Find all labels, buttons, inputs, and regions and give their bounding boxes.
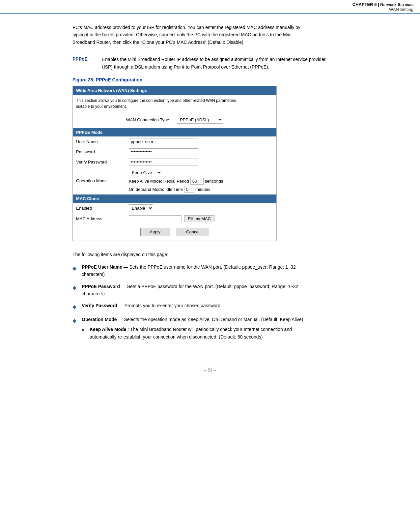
idle-input[interactable] [184,186,194,193]
following-intro: The following items are displayed on thi… [72,251,320,259]
password-input[interactable] [129,148,198,155]
bullet-diamond-2: ◆ [72,283,78,298]
operation-mode-controls: Keep Alive On Demand Manual Keep Alive M… [129,169,273,193]
wan-connection-row: WAN Connection Type: PPPoE (ADSL) DHCP S… [73,113,276,128]
apply-button[interactable]: Apply [140,228,170,236]
operation-mode-value-cell: Keep Alive On Demand Manual Keep Alive M… [126,167,276,194]
verify-password-label: Verify Password [73,157,126,167]
mac-address-controls: Fill my MAC [129,215,273,222]
wan-desc-line1: This section allows you to configure the… [76,98,273,104]
chapter-number: CHAPTER 6 [352,2,377,7]
cancel-button[interactable]: Cancel [177,228,209,236]
user-name-row: User Name [73,136,276,147]
mac-enabled-row: Enabled Enable Disable [73,203,276,214]
pppoe-form-table: User Name Password Verify Password [73,136,276,194]
redial-input[interactable] [190,178,204,185]
figure-number: Figure 28: [72,77,95,82]
verify-password-value-cell [126,157,276,167]
redial-unit: senconds [205,179,223,184]
fill-my-mac-button[interactable]: Fill my MAC [184,215,214,222]
operation-mode-row: Operation Mode Keep Alive On Demand Manu… [73,167,276,194]
chapter-label: CHAPTER 6 | Network Settings [352,2,413,7]
pppoe-description: Enables the Mini Broadband Router IP add… [102,56,329,71]
mac-enabled-label: Enabled [73,203,126,214]
item-text-opmode: Operation Mode — Selects the operation m… [82,316,320,343]
page-footer: – 53 – [0,361,420,376]
figure-label: Figure 28: PPPoE Configuration [72,77,400,82]
operation-mode-label: Operation Mode [73,167,126,194]
wan-settings-box: Wide Area Network (WAN) Settings This se… [72,86,277,241]
chapter-text: CHAPTER 6 | Network Settings [352,2,413,7]
mac-address-row: MAC Address Fill my MAC [73,214,276,224]
header-subtitle: WAN Setting [352,7,413,12]
mac-address-label: MAC Address [73,214,126,224]
mac-clone-header: MAC Clone [73,194,276,203]
wan-desc-line2: suitable to your environment. [76,104,273,109]
item-bold-username: PPPoE User Name [82,264,122,270]
user-name-input[interactable] [129,138,198,145]
wan-connection-select[interactable]: PPPoE (ADSL) DHCP Static IP PPTP L2TP [177,116,223,124]
mac-address-input[interactable] [129,215,182,222]
bullet-diamond-1: ◆ [72,264,78,278]
idle-label: On demand Mode: Idle Time [129,187,183,192]
item-bold-verify: Verify Password [82,303,117,308]
item-desc-opmode: — Selects the operation mode as Keep Ali… [118,317,303,322]
item-text-username: PPPoE User Name — Sets the PPPoE user na… [82,263,320,278]
item-bold-opmode: Operation Mode [82,317,117,322]
redial-label: Keep Alive Mode: Redial Period [129,179,189,184]
redial-row: Keep Alive Mode: Redial Period senconds [129,178,273,185]
password-row: Password [73,147,276,157]
list-item-password: ◆ PPPoE Password — Sets a PPPoE password… [72,283,320,298]
idle-row: On demand Mode: Idle Time minutes [129,186,273,193]
bullet-diamond-3: ◆ [72,303,78,311]
sub-bullet-square-1: ■ [82,327,86,341]
password-value-cell [126,147,276,157]
item-desc-verify: — Prompts you to re-enter your chosen pa… [119,303,222,308]
main-content: PC's MAC address provided to your ISP fo… [0,14,420,361]
page-number: – 53 – [204,368,216,372]
following-items-list: ◆ PPPoE User Name — Sets the PPPoE user … [72,263,320,343]
wan-box-description: This section allows you to configure the… [73,95,276,113]
user-name-value-cell [126,136,276,147]
verify-password-row: Verify Password [73,157,276,167]
idle-unit: minutes [195,187,210,192]
sub-item-bold-keepalive: Keep Alive Mode [90,327,126,332]
bullet-diamond-4: ◆ [72,316,78,343]
pppoe-mode-header: PPPoE Mode [73,128,276,136]
mac-enabled-value-cell: Enable Disable [126,203,276,214]
password-label: Password [73,147,126,157]
keep-alive-row: Keep Alive On Demand Manual [129,169,273,176]
wan-box-header: Wide Area Network (WAN) Settings [73,86,276,95]
wan-select-container: PPPoE (ADSL) DHCP Static IP PPTP L2TP [177,116,223,124]
page-header: CHAPTER 6 | Network Settings WAN Setting [0,0,420,14]
sub-list-item-keepalive: ■ Keep Alive Mode : The Mini Broadband R… [82,326,320,341]
user-name-label: User Name [73,136,126,147]
sub-bullet-list: ■ Keep Alive Mode : The Mini Broadband R… [82,326,320,341]
operation-mode-select[interactable]: Keep Alive On Demand Manual [129,169,162,176]
intro-paragraph: PC's MAC address provided to your ISP fo… [72,24,303,46]
figure-title: PPPoE Configuration [96,77,143,82]
list-item-opmode: ◆ Operation Mode — Selects the operation… [72,316,320,343]
verify-password-input[interactable] [129,159,198,165]
list-item-verify: ◆ Verify Password — Prompts you to re-en… [72,302,320,311]
item-text-verify: Verify Password — Prompts you to re-ente… [82,302,320,311]
header-right: CHAPTER 6 | Network Settings WAN Setting [352,2,413,12]
action-buttons: Apply Cancel [73,224,276,241]
pppoe-section: PPPoE Enables the Mini Broadband Router … [72,56,329,71]
mac-enabled-select[interactable]: Enable Disable [129,204,153,212]
header-title: Network Settings [380,2,413,7]
sub-item-text-keepalive: Keep Alive Mode : The Mini Broadband Rou… [90,326,320,341]
mac-address-value-cell: Fill my MAC [126,214,276,224]
pppoe-label: PPPoE [72,56,96,71]
list-item-username: ◆ PPPoE User Name — Sets the PPPoE user … [72,263,320,278]
mac-enable-select-row: Enable Disable [129,204,273,212]
item-text-password: PPPoE Password — Sets a PPPoE password f… [82,283,320,298]
mac-clone-table: Enabled Enable Disable MAC Address [73,203,276,224]
wan-connection-label: WAN Connection Type: [126,117,170,122]
item-bold-password: PPPoE Password [82,284,120,289]
